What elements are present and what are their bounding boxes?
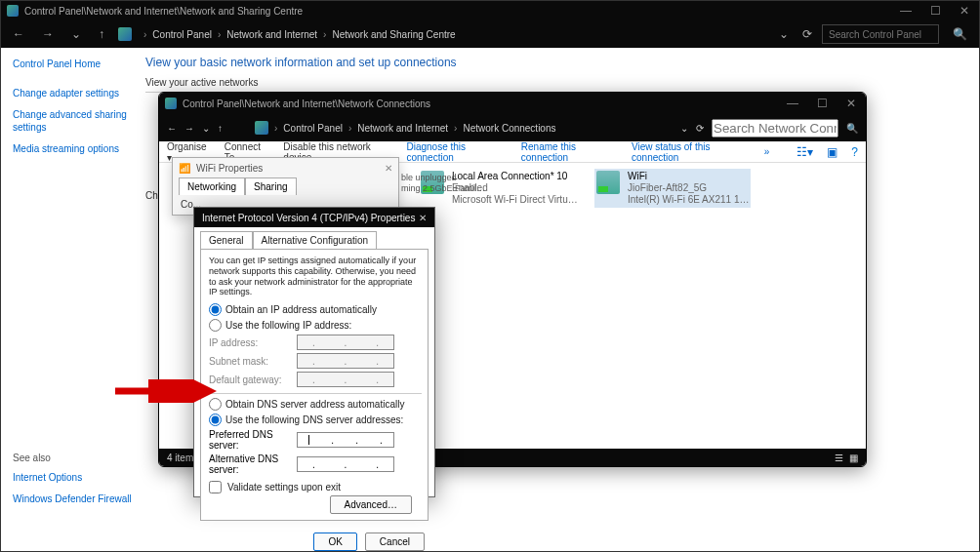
ipv4-title: Internet Protocol Version 4 (TCP/IPv4) P… — [202, 213, 415, 223]
adapter-device: Intel(R) Wi-Fi 6E AX211 160MHz — [628, 194, 755, 206]
red-arrow-annotation — [111, 379, 219, 403]
recent-button[interactable]: ⌄ — [67, 25, 85, 43]
seealso-internet-options[interactable]: Internet Options — [13, 471, 134, 484]
validate-row[interactable]: Validate settings upon exit — [209, 481, 420, 493]
preferred-dns-label: Preferred DNS server: — [209, 429, 297, 451]
wifi-adapter-icon — [596, 171, 620, 194]
ipv4-buttons: OK Cancel — [194, 527, 434, 552]
folder-icon — [165, 98, 177, 109]
refresh-button[interactable]: ⟳ — [802, 27, 812, 41]
radio-ip-manual[interactable] — [209, 319, 222, 332]
tiles-view-icon[interactable]: ▦ — [849, 453, 858, 463]
wifi-tabs: Networking Sharing — [173, 177, 398, 195]
ip-address-row: IP address: ... — [209, 335, 420, 350]
tab-sharing[interactable]: Sharing — [245, 177, 296, 195]
tab-general[interactable]: General — [200, 231, 253, 249]
tab-alt-config[interactable]: Alternative Configuration — [253, 231, 378, 249]
gateway-label: Default gateway: — [209, 375, 297, 385]
nc-dropdown-icon[interactable]: ⌄ — [680, 123, 688, 134]
more-commands[interactable]: » — [764, 146, 770, 157]
ok-button[interactable]: OK — [313, 532, 356, 551]
search-input[interactable] — [822, 24, 939, 44]
nc-window-controls: — ☐ ✕ — [778, 97, 866, 110]
nc-titlebar: Control Panel\Network and Internet\Netwo… — [159, 93, 866, 114]
adapter-item-selected[interactable]: WiFi JioFiber-Aft82_5G Intel(R) Wi-Fi 6E… — [594, 169, 751, 208]
preview-pane-icon[interactable]: ▣ — [827, 145, 837, 159]
ipv4-titlebar: Internet Protocol Version 4 (TCP/IPv4) P… — [194, 208, 434, 227]
seealso-firewall[interactable]: Windows Defender Firewall — [13, 493, 134, 505]
ipv4-close[interactable]: ✕ — [419, 213, 427, 223]
preferred-dns-input[interactable]: ... — [297, 432, 394, 448]
up-button[interactable]: ↑ — [95, 25, 108, 43]
minimize-button[interactable]: — — [891, 4, 920, 18]
wifi-close[interactable]: ✕ — [385, 163, 392, 174]
validate-label: Validate settings upon exit — [227, 482, 341, 493]
nc-up[interactable]: ↑ — [218, 123, 223, 134]
sidebar-link-sharing[interactable]: Change advanced sharing settings — [13, 108, 134, 134]
radio-ip-manual-label: Use the following IP address: — [225, 320, 351, 331]
forward-button[interactable]: → — [38, 25, 58, 43]
view-status[interactable]: View status of this connection — [632, 141, 751, 163]
alt-dns-row: Alternative DNS server: ... — [209, 453, 420, 475]
validate-checkbox[interactable] — [209, 481, 222, 493]
gateway-row: Default gateway: ... — [209, 372, 420, 387]
crumb-1[interactable]: Control Panel — [152, 29, 212, 40]
nc-back[interactable]: ← — [167, 123, 177, 134]
hidden-adapter-fragment: ble unplugged ming 2.5GbE Family Co... — [401, 173, 489, 194]
page-heading: View your basic network information and … — [145, 56, 979, 69]
wifi-titlebar: 📶 WiFi Properties ✕ — [173, 158, 398, 177]
nc-refresh[interactable]: ⟳ — [696, 123, 704, 134]
ip-address-input: ... — [297, 335, 394, 350]
rename-connection[interactable]: Rename this connection — [521, 141, 618, 163]
nc-search-icon[interactable]: 🔍 — [846, 123, 858, 134]
crumb-2[interactable]: Network and Internet — [226, 29, 317, 40]
main-title-path: Control Panel\Network and Internet\Netwo… — [24, 6, 303, 17]
nc-crumb-1[interactable]: Control Panel — [283, 123, 343, 134]
radio-ip-auto[interactable] — [209, 303, 222, 316]
ipv4-properties-dialog: Internet Protocol Version 4 (TCP/IPv4) P… — [193, 207, 435, 497]
nc-title: Control Panel\Network and Internet\Netwo… — [183, 99, 430, 109]
wifi-title: WiFi Properties — [196, 163, 263, 174]
seealso-label: See also — [13, 453, 134, 463]
nc-close[interactable]: ✕ — [837, 97, 866, 110]
adapter-device: Microsoft Wi-Fi Direct Virtual Ada... — [452, 194, 579, 206]
close-button[interactable]: ✕ — [950, 4, 979, 18]
sidebar-link-adapter[interactable]: Change adapter settings — [13, 87, 134, 99]
tab-networking[interactable]: Networking — [179, 177, 245, 195]
nc-minimize[interactable]: — — [778, 97, 807, 110]
cancel-button[interactable]: Cancel — [365, 532, 425, 551]
diagnose-connection[interactable]: Diagnose this connection — [406, 141, 507, 163]
nc-crumb-icon — [255, 121, 268, 135]
nc-maximize[interactable]: ☐ — [807, 97, 837, 110]
nc-crumb-3[interactable]: Network Connections — [463, 123, 555, 134]
nc-forward[interactable]: → — [184, 123, 194, 134]
advanced-button[interactable]: Advanced… — [330, 495, 412, 514]
details-view-icon[interactable]: ☰ — [835, 453, 843, 463]
radio-dns-manual-label: Use the following DNS server addresses: — [225, 414, 403, 425]
radio-dns-manual-row[interactable]: Use the following DNS server addresses: — [209, 414, 420, 426]
radio-ip-manual-row[interactable]: Use the following IP address: — [209, 319, 420, 332]
radio-ip-auto-row[interactable]: Obtain an IP address automatically — [209, 303, 420, 316]
nc-crumb-2[interactable]: Network and Internet — [357, 123, 448, 134]
adapter-name: WiFi — [628, 171, 755, 182]
help-icon[interactable]: ? — [851, 145, 858, 159]
nc-search-input[interactable] — [712, 119, 838, 138]
maximize-button[interactable]: ☐ — [920, 4, 950, 18]
breadcrumb-icon — [118, 27, 132, 41]
crumb-dropdown-icon[interactable]: ⌄ — [775, 25, 793, 43]
radio-dns-manual[interactable] — [209, 414, 222, 426]
radio-dns-auto-row[interactable]: Obtain DNS server address automatically — [209, 398, 420, 411]
crumb-3[interactable]: Network and Sharing Centre — [332, 29, 455, 40]
sidebar-home[interactable]: Control Panel Home — [13, 58, 134, 70]
ipv4-tabs: General Alternative Configuration — [194, 227, 434, 249]
adapter-status: JioFiber-Aft82_5G — [628, 182, 755, 194]
search-icon[interactable]: 🔍 — [949, 25, 971, 43]
sidebar-link-media[interactable]: Media streaming options — [13, 142, 134, 155]
ipv4-description: You can get IP settings assigned automat… — [209, 256, 420, 297]
alt-dns-input[interactable]: ... — [297, 456, 394, 472]
view-options-icon[interactable]: ☷▾ — [796, 145, 813, 159]
gateway-input: ... — [297, 372, 394, 387]
group-active-networks: View your active networks — [145, 77, 979, 88]
nc-recent[interactable]: ⌄ — [202, 123, 210, 134]
back-button[interactable]: ← — [9, 25, 28, 43]
